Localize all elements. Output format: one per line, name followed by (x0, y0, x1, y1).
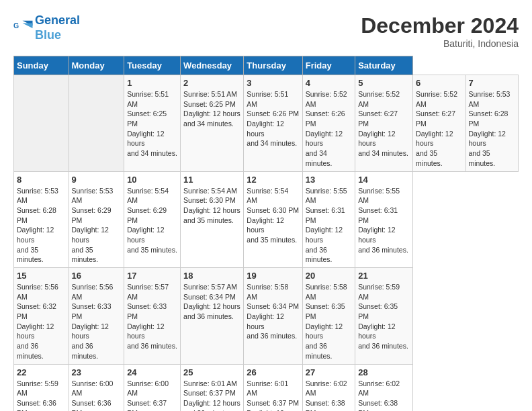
day-number: 16 (72, 271, 122, 281)
calendar-cell: 7Sunrise: 5:53 AMSunset: 6:28 PMDaylight… (466, 75, 519, 172)
calendar-cell: 11Sunrise: 5:54 AMSunset: 6:30 PMDayligh… (181, 171, 244, 268)
day-number: 7 (469, 78, 516, 88)
day-number: 3 (247, 78, 299, 88)
day-info: Sunrise: 5:51 AMSunset: 6:25 PMDaylight:… (127, 89, 177, 158)
calendar-cell (14, 75, 69, 172)
day-info: Sunrise: 5:52 AMSunset: 6:27 PMDaylight:… (358, 89, 410, 158)
day-info: Sunrise: 5:52 AMSunset: 6:27 PMDaylight:… (416, 89, 462, 169)
calendar-cell: 27Sunrise: 6:02 AMSunset: 6:38 PMDayligh… (302, 364, 355, 411)
day-info: Sunrise: 5:58 AMSunset: 6:34 PMDaylight:… (247, 282, 299, 341)
day-number: 6 (416, 78, 462, 88)
calendar-cell: 13Sunrise: 5:55 AMSunset: 6:31 PMDayligh… (302, 171, 355, 268)
calendar-cell: 22Sunrise: 5:59 AMSunset: 6:36 PMDayligh… (14, 364, 69, 411)
calendar-cell: 2Sunrise: 5:51 AMSunset: 6:25 PMDaylight… (181, 75, 244, 172)
day-info: Sunrise: 5:57 AMSunset: 6:33 PMDaylight:… (127, 282, 177, 351)
week-row-1: 8Sunrise: 5:53 AMSunset: 6:28 PMDaylight… (14, 171, 519, 268)
day-info: Sunrise: 6:02 AMSunset: 6:38 PMDaylight:… (358, 379, 410, 412)
header-saturday: Saturday (355, 56, 413, 75)
day-info: Sunrise: 5:54 AMSunset: 6:29 PMDaylight:… (127, 186, 177, 255)
day-info: Sunrise: 5:52 AMSunset: 6:26 PMDaylight:… (306, 89, 352, 169)
day-info: Sunrise: 6:02 AMSunset: 6:38 PMDaylight:… (306, 379, 352, 412)
day-number: 10 (127, 175, 177, 185)
month-title: December 2024 (361, 13, 519, 38)
page-header: G General Blue December 2024 Baturiti, I… (13, 13, 519, 49)
logo: G General Blue (13, 13, 80, 42)
calendar-cell: 1Sunrise: 5:51 AMSunset: 6:25 PMDaylight… (124, 75, 181, 172)
day-info: Sunrise: 5:51 AMSunset: 6:26 PMDaylight:… (247, 89, 299, 148)
day-info: Sunrise: 6:00 AMSunset: 6:36 PMDaylight:… (72, 379, 122, 412)
day-number: 2 (183, 78, 240, 88)
day-number: 14 (358, 175, 410, 185)
day-number: 1 (127, 78, 177, 88)
calendar-cell: 10Sunrise: 5:54 AMSunset: 6:29 PMDayligh… (124, 171, 181, 268)
calendar-cell: 25Sunrise: 6:01 AMSunset: 6:37 PMDayligh… (181, 364, 244, 411)
calendar-cell: 28Sunrise: 6:02 AMSunset: 6:38 PMDayligh… (355, 364, 413, 411)
day-number: 26 (247, 367, 299, 377)
day-info: Sunrise: 6:00 AMSunset: 6:37 PMDaylight:… (127, 379, 177, 412)
calendar-cell: 18Sunrise: 5:57 AMSunset: 6:34 PMDayligh… (181, 268, 244, 365)
header-monday: Monday (69, 56, 124, 75)
header-sunday: Sunday (14, 56, 69, 75)
day-info: Sunrise: 5:56 AMSunset: 6:32 PMDaylight:… (17, 282, 66, 361)
week-row-0: 1Sunrise: 5:51 AMSunset: 6:25 PMDaylight… (14, 75, 519, 172)
day-info: Sunrise: 5:59 AMSunset: 6:36 PMDaylight:… (17, 379, 66, 412)
day-number: 4 (306, 78, 352, 88)
day-number: 28 (358, 367, 410, 377)
day-info: Sunrise: 5:55 AMSunset: 6:31 PMDaylight:… (306, 186, 352, 265)
day-number: 22 (17, 367, 66, 377)
calendar-cell: 9Sunrise: 5:53 AMSunset: 6:29 PMDaylight… (69, 171, 124, 268)
day-info: Sunrise: 5:53 AMSunset: 6:29 PMDaylight:… (72, 186, 122, 265)
day-info: Sunrise: 5:53 AMSunset: 6:28 PMDaylight:… (17, 186, 66, 265)
day-number: 27 (306, 367, 352, 377)
day-number: 17 (127, 271, 177, 281)
day-info: Sunrise: 5:54 AMSunset: 6:30 PMDaylight:… (183, 186, 240, 226)
day-number: 18 (183, 271, 240, 281)
svg-marker-2 (23, 23, 33, 28)
header-friday: Friday (302, 56, 355, 75)
calendar-cell: 16Sunrise: 5:56 AMSunset: 6:33 PMDayligh… (69, 268, 124, 365)
calendar-cell: 14Sunrise: 5:55 AMSunset: 6:31 PMDayligh… (355, 171, 413, 268)
day-info: Sunrise: 5:53 AMSunset: 6:28 PMDaylight:… (469, 89, 516, 169)
day-info: Sunrise: 5:56 AMSunset: 6:33 PMDaylight:… (72, 282, 122, 361)
header-tuesday: Tuesday (124, 56, 181, 75)
day-info: Sunrise: 6:01 AMSunset: 6:37 PMDaylight:… (247, 379, 299, 412)
calendar-cell: 23Sunrise: 6:00 AMSunset: 6:36 PMDayligh… (69, 364, 124, 411)
day-number: 12 (247, 175, 299, 185)
day-number: 11 (183, 175, 240, 185)
svg-text:G: G (13, 21, 19, 30)
calendar-cell: 20Sunrise: 5:58 AMSunset: 6:35 PMDayligh… (302, 268, 355, 365)
day-info: Sunrise: 5:54 AMSunset: 6:30 PMDaylight:… (247, 186, 299, 245)
calendar-cell: 17Sunrise: 5:57 AMSunset: 6:33 PMDayligh… (124, 268, 181, 365)
calendar-cell: 15Sunrise: 5:56 AMSunset: 6:32 PMDayligh… (14, 268, 69, 365)
day-number: 15 (17, 271, 66, 281)
calendar-cell: 26Sunrise: 6:01 AMSunset: 6:37 PMDayligh… (244, 364, 302, 411)
calendar-cell: 19Sunrise: 5:58 AMSunset: 6:34 PMDayligh… (244, 268, 302, 365)
day-number: 23 (72, 367, 122, 377)
logo-icon: G (13, 18, 34, 38)
week-row-3: 22Sunrise: 5:59 AMSunset: 6:36 PMDayligh… (14, 364, 519, 411)
day-info: Sunrise: 5:55 AMSunset: 6:31 PMDaylight:… (358, 186, 410, 255)
day-number: 5 (358, 78, 410, 88)
calendar-cell: 4Sunrise: 5:52 AMSunset: 6:26 PMDaylight… (302, 75, 355, 172)
day-number: 13 (306, 175, 352, 185)
calendar-table: SundayMondayTuesdayWednesdayThursdayFrid… (13, 56, 519, 411)
day-number: 19 (247, 271, 299, 281)
day-number: 20 (306, 271, 352, 281)
day-info: Sunrise: 5:57 AMSunset: 6:34 PMDaylight:… (183, 282, 240, 322)
calendar-cell (69, 75, 124, 172)
day-info: Sunrise: 5:59 AMSunset: 6:35 PMDaylight:… (358, 282, 410, 351)
calendar-cell: 6Sunrise: 5:52 AMSunset: 6:27 PMDaylight… (413, 75, 466, 172)
calendar-cell: 3Sunrise: 5:51 AMSunset: 6:26 PMDaylight… (244, 75, 302, 172)
location-title: Baturiti, Indonesia (361, 38, 519, 49)
calendar-cell: 24Sunrise: 6:00 AMSunset: 6:37 PMDayligh… (124, 364, 181, 411)
calendar-cell: 12Sunrise: 5:54 AMSunset: 6:30 PMDayligh… (244, 171, 302, 268)
day-number: 25 (183, 367, 240, 377)
day-number: 8 (17, 175, 66, 185)
day-info: Sunrise: 5:58 AMSunset: 6:35 PMDaylight:… (306, 282, 352, 361)
day-number: 21 (358, 271, 410, 281)
title-block: December 2024 Baturiti, Indonesia (361, 13, 519, 49)
day-number: 24 (127, 367, 177, 377)
calendar-cell: 8Sunrise: 5:53 AMSunset: 6:28 PMDaylight… (14, 171, 69, 268)
header-row: SundayMondayTuesdayWednesdayThursdayFrid… (14, 56, 519, 75)
day-info: Sunrise: 5:51 AMSunset: 6:25 PMDaylight:… (183, 89, 240, 129)
